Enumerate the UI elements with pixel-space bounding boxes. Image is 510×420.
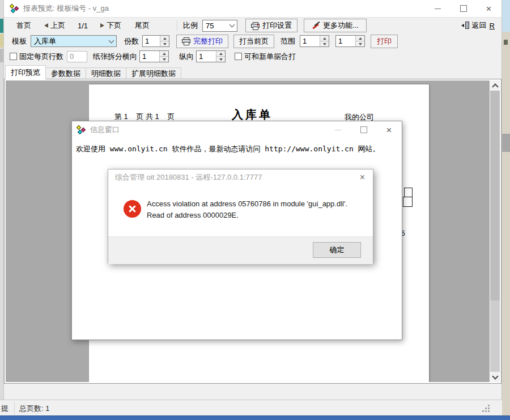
up-arrow-icon xyxy=(163,37,167,40)
range-from-stepper[interactable]: 1 xyxy=(300,35,329,47)
stepper-buttons[interactable] xyxy=(355,36,364,46)
error-dialog-title-bar: 综合管理 oit 20180831 - 远程-127.0.0.1:7777 × xyxy=(108,169,373,185)
last-page-button[interactable]: 尾页 xyxy=(135,20,150,31)
merge-print-checkbox[interactable] xyxy=(235,53,242,60)
print-settings-button[interactable]: 打印设置 xyxy=(245,19,298,32)
error-message: Access violation at address 05760786 in … xyxy=(147,198,363,221)
template-combobox[interactable]: 入库单 xyxy=(31,35,117,47)
window-controls: × xyxy=(425,0,502,17)
vertical-scrollbar[interactable] xyxy=(490,80,500,382)
background-fragment xyxy=(502,0,510,32)
template-value: 入库单 xyxy=(34,36,56,46)
chevron-down-icon xyxy=(492,373,498,379)
fixed-rows-label: 固定每页行数 xyxy=(19,52,63,62)
maximize-icon xyxy=(460,5,467,12)
print-button[interactable]: 打印 xyxy=(371,35,398,48)
down-arrow-icon xyxy=(163,58,166,61)
next-page-button[interactable]: 下页 xyxy=(100,20,121,31)
toolbar-separator xyxy=(177,20,177,31)
range-from-value: 1 xyxy=(300,36,320,46)
error-icon xyxy=(124,200,141,218)
error-dialog-title: 综合管理 oit 20180831 - 远程-127.0.0.1:7777 xyxy=(115,172,262,183)
tools-icon xyxy=(312,22,320,29)
printer-icon xyxy=(182,37,190,45)
merge-print-label: 可和新单据合打 xyxy=(244,52,296,62)
split-horizontal-label: 纸张拆分横向 xyxy=(93,52,137,62)
first-page-button[interactable]: 首页 xyxy=(16,20,31,31)
up-arrow-icon xyxy=(163,53,166,55)
next-page-icon xyxy=(100,23,104,28)
print-current-page-button[interactable]: 打当前页 xyxy=(233,35,274,48)
down-arrow-icon xyxy=(323,43,326,45)
minimize-icon xyxy=(435,9,441,9)
down-arrow-icon xyxy=(163,43,167,45)
split-vertical-label: 纵向 xyxy=(179,52,194,62)
chevron-up-icon xyxy=(492,83,498,90)
scroll-down-button[interactable] xyxy=(490,372,500,382)
status-panel-divider xyxy=(14,402,15,414)
error-dialog: 综合管理 oit 20180831 - 远程-127.0.0.1:7777 × … xyxy=(108,169,373,264)
resize-grip[interactable] xyxy=(482,404,490,412)
scale-label: 比例 xyxy=(183,20,198,31)
range-to-stepper[interactable]: 1 xyxy=(335,35,365,47)
tab-parameter-data[interactable]: 参数数据 xyxy=(45,67,86,79)
close-button[interactable]: × xyxy=(476,0,502,17)
up-arrow-icon xyxy=(359,37,362,40)
full-print-button[interactable]: 完整打印 xyxy=(176,35,228,48)
stepper-buttons[interactable] xyxy=(160,36,169,46)
window-controls: × xyxy=(325,121,402,138)
ok-button[interactable]: 确定 xyxy=(313,242,361,258)
app-icon xyxy=(10,4,19,14)
close-icon[interactable]: × xyxy=(360,173,365,182)
tab-detail-data[interactable]: 明细数据 xyxy=(86,67,126,79)
stepper-buttons[interactable] xyxy=(159,51,168,62)
fixed-rows-checkbox[interactable] xyxy=(10,53,17,60)
scroll-up-button[interactable] xyxy=(490,80,500,91)
maximize-button[interactable] xyxy=(351,121,376,138)
tab-extended-detail-data[interactable]: 扩展明细数据 xyxy=(126,67,181,79)
table-cell-fragment xyxy=(403,197,413,207)
split-horizontal-stepper[interactable]: 1 xyxy=(139,50,169,62)
welcome-message: 欢迎使用 www.onlyit.cn 软件作品，最新动态请访问 http://w… xyxy=(76,144,402,154)
scrollbar-thumb[interactable] xyxy=(490,91,500,300)
error-dialog-body: Access violation at address 05760786 in … xyxy=(108,185,373,236)
fixed-rows-input[interactable] xyxy=(67,51,87,62)
scale-combobox[interactable]: 75 xyxy=(202,20,237,32)
print-toolbar: 模板 入库单 份数 1 完整打印 打当前页 范围 1 1 打印 xyxy=(4,33,502,49)
title-bar: 报表预览: 模板编号 - v_ga × xyxy=(4,0,502,17)
scale-value: 75 xyxy=(206,22,214,30)
maximize-button[interactable] xyxy=(450,0,476,17)
info-window-title-bar: 信息窗口 × xyxy=(72,121,402,138)
template-label: 模板 xyxy=(12,36,27,46)
total-pages-text: 总页数: 1 xyxy=(19,404,49,414)
up-arrow-icon xyxy=(323,37,326,40)
exit-icon xyxy=(461,22,469,29)
split-vertical-stepper[interactable]: 1 xyxy=(196,50,226,62)
split-horizontal-value: 1 xyxy=(140,51,159,62)
split-vertical-value: 1 xyxy=(197,51,216,62)
up-arrow-icon xyxy=(219,53,223,55)
error-dialog-footer: 确定 xyxy=(108,236,373,264)
status-bar: 提 总页数: 1 xyxy=(0,400,502,415)
maximize-icon xyxy=(360,126,367,133)
copies-label: 份数 xyxy=(124,36,139,46)
copies-stepper[interactable]: 1 xyxy=(142,35,169,47)
prev-page-button[interactable]: 上页 xyxy=(44,20,65,31)
minimize-button[interactable] xyxy=(425,0,450,17)
close-icon: × xyxy=(486,4,492,14)
stepper-buttons[interactable] xyxy=(216,51,225,62)
close-button[interactable]: × xyxy=(376,121,402,138)
tab-bar: 打印预览 参数数据 明细数据 扩展明细数据 xyxy=(4,64,502,79)
minimize-icon xyxy=(335,130,341,130)
range-to-value: 1 xyxy=(336,36,355,46)
tab-print-preview[interactable]: 打印预览 xyxy=(5,65,46,79)
navigation-toolbar: 首页 上页 1/1 下页 尾页 比例 75 打印设置 更多功能... 返回R xyxy=(4,17,502,33)
options-toolbar: 固定每页行数 纸张拆分横向 1 纵向 1 可和新单据合打 xyxy=(4,49,502,64)
app-icon xyxy=(76,125,86,135)
document-title: 入库单 xyxy=(232,107,273,122)
printer-icon xyxy=(251,22,260,29)
more-functions-button[interactable]: 更多功能... xyxy=(304,19,367,32)
window-title: 报表预览: 模板编号 - v_ga xyxy=(23,3,109,14)
stepper-buttons[interactable] xyxy=(320,36,329,46)
back-button[interactable]: 返回R xyxy=(461,20,495,31)
